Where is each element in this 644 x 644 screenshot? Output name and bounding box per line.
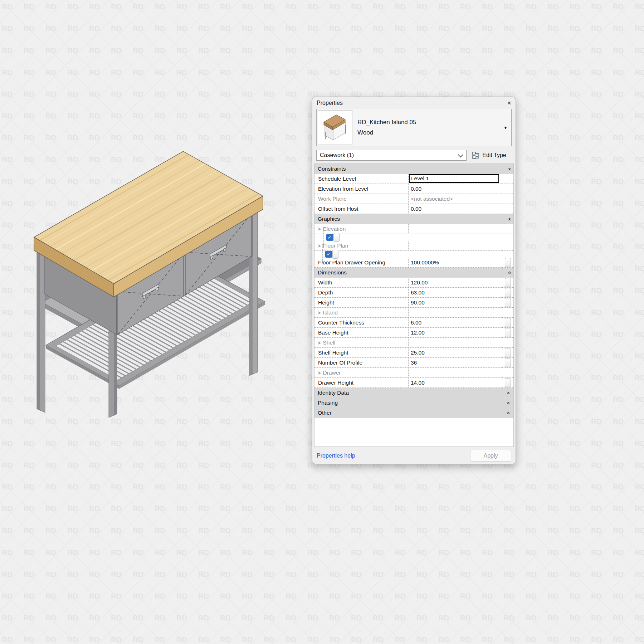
value-input-selected[interactable]: Level 1 xyxy=(409,174,499,183)
property-name-cell: ▸Drawer xyxy=(314,368,409,378)
associate-parameter-button[interactable] xyxy=(505,278,511,287)
property-value: 25.00 xyxy=(411,350,425,356)
property-value: 120.00 xyxy=(411,279,428,286)
chevron-down-icon xyxy=(458,152,464,157)
property-row-opening-lines-plan: Opening Lines Plan✓ xyxy=(315,251,322,258)
property-value-cell xyxy=(409,368,502,378)
property-name-cell: Depth xyxy=(314,288,409,298)
property-label: Drawer Height xyxy=(318,380,353,386)
property-name-cell: Width xyxy=(314,278,409,288)
property-label: Height xyxy=(318,299,334,306)
section-header-dimensions[interactable]: Dimensions» xyxy=(314,268,513,278)
property-value-cell[interactable]: 36 xyxy=(409,358,502,368)
associate-parameter-cell xyxy=(502,358,513,368)
edit-type-icon xyxy=(472,151,480,159)
section-title: Identity Data xyxy=(318,390,349,396)
property-value-cell[interactable]: 25.00 xyxy=(409,348,502,358)
type-dropdown-icon[interactable]: ▼ xyxy=(503,125,508,130)
edit-type-button[interactable]: Edit Type xyxy=(467,150,512,161)
property-value: Level 1 xyxy=(411,175,429,182)
panel-titlebar[interactable]: Properties × xyxy=(312,97,516,109)
property-name-cell: Work Plane xyxy=(314,194,409,204)
associate-parameter-button[interactable] xyxy=(505,328,511,337)
property-value-cell[interactable]: 12.00 xyxy=(409,328,502,338)
property-value-cell[interactable]: 63.00 xyxy=(409,288,502,298)
section-title: Dimensions xyxy=(318,269,347,276)
property-value-cell[interactable]: 6.00 xyxy=(409,318,502,328)
property-row-shelf-height: Shelf Height25.00 xyxy=(314,348,513,358)
section-header-graphics[interactable]: Graphics» xyxy=(314,214,513,224)
associate-parameter-cell xyxy=(502,278,513,288)
property-name-cell: Height xyxy=(314,298,409,308)
section-header-identity-data[interactable]: Identity Data» xyxy=(314,388,513,398)
associate-parameter-button[interactable] xyxy=(505,298,511,307)
apply-button[interactable]: Apply xyxy=(470,450,511,462)
section-header-other[interactable]: Other» xyxy=(314,408,513,418)
section-header-constraints[interactable]: Constraints» xyxy=(314,164,513,174)
expand-icon[interactable]: » xyxy=(506,411,511,414)
property-name-cell: Floor Plan Drawer Opening xyxy=(314,258,409,268)
associate-parameter-button[interactable] xyxy=(505,378,511,387)
property-label: Depth xyxy=(318,289,333,296)
associate-parameter-cell xyxy=(502,194,513,204)
property-row-floor-plan: ▸Floor Plan xyxy=(314,241,513,251)
property-name-cell: ▸Island xyxy=(314,308,409,318)
associate-parameter-cell xyxy=(502,348,513,358)
property-label: Shelf xyxy=(323,340,336,346)
property-name-cell: Elevation from Level xyxy=(314,184,409,194)
collapse-icon[interactable]: » xyxy=(506,167,511,170)
property-row-depth: Depth63.00 xyxy=(314,288,513,298)
property-value-cell[interactable]: 14.00 xyxy=(409,378,502,388)
associate-parameter-button[interactable] xyxy=(332,250,338,259)
property-value-cell[interactable]: <not associated> xyxy=(409,194,502,204)
associate-parameter-button[interactable] xyxy=(505,288,511,297)
expand-icon[interactable]: » xyxy=(506,391,511,394)
property-name-cell: ▸Elevation xyxy=(314,224,409,234)
property-value-cell[interactable]: 100.0000% xyxy=(409,258,502,268)
associate-parameter-cell xyxy=(502,241,513,251)
checkbox-checked[interactable]: ✓ xyxy=(325,251,332,258)
property-label: Work Plane xyxy=(318,196,347,202)
property-value-cell[interactable]: 0.00 xyxy=(409,184,502,194)
collapse-icon[interactable]: » xyxy=(506,271,511,274)
property-row-height: Height90.00 xyxy=(314,298,513,308)
close-icon[interactable]: × xyxy=(507,99,511,106)
property-value-cell[interactable]: 120.00 xyxy=(409,278,502,288)
property-grid: Constraints»Schedule LevelLevel 1Elevati… xyxy=(314,164,514,447)
property-value-cell[interactable]: Level 1 xyxy=(409,174,502,184)
properties-panel: Properties × xyxy=(312,97,516,464)
family-name: RD_Kitchen Island 05 xyxy=(357,119,503,126)
property-label: Number Of Profile xyxy=(318,360,362,366)
selection-filter-combo[interactable]: Casework (1) xyxy=(316,150,467,161)
property-label: Elevation from Level xyxy=(318,186,368,192)
collapse-icon[interactable]: » xyxy=(506,218,511,220)
property-label: Drawer xyxy=(323,370,341,376)
panel-footer: Properties help Apply xyxy=(312,448,516,464)
property-label: Schedule Level xyxy=(318,176,356,182)
checkbox-checked[interactable]: ✓ xyxy=(326,234,333,241)
type-selector[interactable]: RD_Kitchen Island 05 Wood ▼ xyxy=(316,109,512,146)
property-value-cell[interactable]: ✓ xyxy=(324,234,333,241)
property-row-base-height: Base Height12.00 xyxy=(314,328,513,338)
section-header-phasing[interactable]: Phasing» xyxy=(314,398,513,408)
associate-parameter-button[interactable] xyxy=(505,348,511,357)
property-label: Width xyxy=(318,279,332,286)
property-value: 12.00 xyxy=(411,330,425,336)
associate-parameter-button[interactable] xyxy=(505,258,511,267)
property-row-drawer-height: Drawer Height14.00 xyxy=(314,378,513,388)
property-row-shelf: ▸Shelf xyxy=(314,338,513,348)
associate-parameter-cell xyxy=(502,318,513,328)
property-name-cell: Offset from Host xyxy=(314,204,409,214)
properties-help-link[interactable]: Properties help xyxy=(317,453,355,459)
property-value-cell[interactable]: 90.00 xyxy=(409,298,502,308)
associate-parameter-button[interactable] xyxy=(333,233,340,242)
expand-icon[interactable]: » xyxy=(506,401,511,404)
property-row-work-plane: Work Plane<not associated> xyxy=(314,194,513,204)
associate-parameter-button[interactable] xyxy=(505,318,511,327)
property-value-cell[interactable]: ✓ xyxy=(323,251,332,258)
associate-parameter-button[interactable] xyxy=(505,358,511,367)
property-value-cell xyxy=(409,308,502,318)
property-row-island: ▸Island xyxy=(314,308,513,318)
property-value-cell[interactable]: 0.00 xyxy=(409,204,502,214)
associate-parameter-cell xyxy=(502,288,513,298)
